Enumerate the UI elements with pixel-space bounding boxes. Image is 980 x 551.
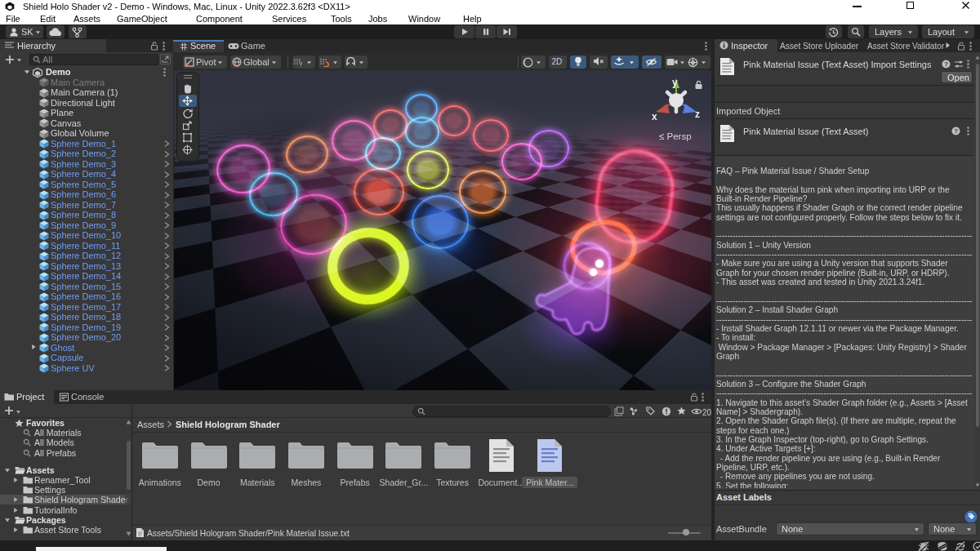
svg-text:?: ? <box>954 127 958 135</box>
svg-text:?: ? <box>944 60 948 68</box>
svg-text:Y: Y <box>299 61 303 67</box>
